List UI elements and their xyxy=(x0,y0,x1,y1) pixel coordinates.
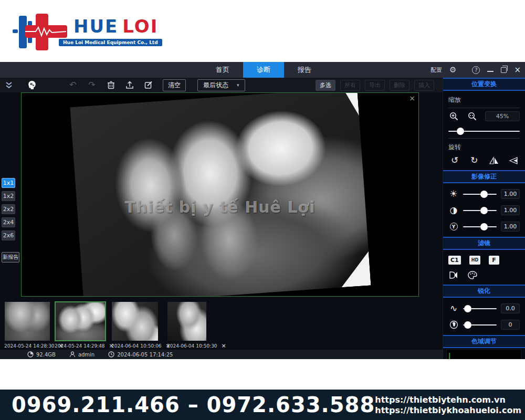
thumbnail-timestamp: 2024-05-24 14:28:30 xyxy=(4,343,55,349)
gamma-slider[interactable] xyxy=(463,223,497,230)
watermark: Thiết bị y tế Huê Lợi xyxy=(53,198,387,216)
contact-banner: 0969.211.466 – 0972.633.588 https://thie… xyxy=(0,390,525,420)
edit-icon[interactable] xyxy=(143,79,154,91)
website-link-2[interactable]: https://thietbiykhoahueloi.com xyxy=(375,405,521,415)
zoom-label: 缩放 xyxy=(448,93,520,108)
xray-image[interactable] xyxy=(70,92,371,297)
brightness-slider[interactable] xyxy=(463,191,497,198)
zoom-in-icon[interactable] xyxy=(448,112,459,121)
zoom-reset-icon[interactable] xyxy=(467,112,477,121)
layout-2x6-button[interactable]: 2x6 xyxy=(2,230,15,240)
thumb-close-icon[interactable]: × xyxy=(222,342,226,349)
section-sharpen-title: 锐化 xyxy=(443,285,525,298)
logo-tagline: Hue Loi Medical Equipment Co., Ltd xyxy=(59,39,162,46)
layout-1x2-button[interactable]: 1x2 xyxy=(2,191,15,201)
new-report-button[interactable]: 新报告 xyxy=(2,252,19,262)
thumbnail-image[interactable] xyxy=(111,301,159,341)
tab-home[interactable]: 首页 xyxy=(202,62,243,78)
undo-icon[interactable]: ↶ xyxy=(67,79,79,91)
xray-viewport[interactable]: Thiết bị y tế Huê Lợi × xyxy=(21,92,419,297)
insert-button[interactable]: 插入 xyxy=(414,80,434,91)
brightness-value[interactable]: 1.00 xyxy=(501,189,520,199)
titlebar-right: 配置 ⚙ ? × xyxy=(430,62,521,78)
thumbnail-item: 2024-05-24 14:28:30 × xyxy=(4,301,50,349)
maximize-icon[interactable] xyxy=(501,67,507,73)
gamma-knob[interactable] xyxy=(480,223,488,230)
datetime-value: 2024-06-05 17:14:25 xyxy=(117,352,173,358)
filter-f-button[interactable]: F xyxy=(489,256,499,265)
denoise-slider[interactable] xyxy=(463,321,497,329)
spacer xyxy=(0,359,525,390)
brightness-knob[interactable] xyxy=(480,191,488,198)
website-link-1[interactable]: https://thietbiytehn.com.vn xyxy=(375,395,506,405)
close-icon[interactable]: × xyxy=(514,66,521,74)
rotate-label: 旋转 xyxy=(448,138,520,155)
help-icon[interactable]: ? xyxy=(472,66,480,74)
zoom-value-field[interactable]: 45% xyxy=(485,111,520,121)
titlebar: 首页 诊断 报告 配置 ⚙ ? × xyxy=(0,62,525,78)
export-upload-icon[interactable] xyxy=(124,79,135,91)
thumbnail-image[interactable] xyxy=(4,301,50,341)
invert-filter-icon[interactable] xyxy=(448,271,459,279)
filter-c1-button[interactable]: C1 xyxy=(448,256,461,265)
layout-2x2-button[interactable]: 2x2 xyxy=(2,204,15,214)
gear-icon[interactable]: ⚙ xyxy=(449,65,456,75)
page: HUELOI Hue Loi Medical Equipment Co., Lt… xyxy=(0,0,525,420)
config-button[interactable]: 配置 xyxy=(430,66,442,74)
user-icon xyxy=(69,351,76,358)
thumbnail-image[interactable] xyxy=(167,301,207,341)
rotate-cw-icon[interactable]: ↻ xyxy=(469,156,479,165)
datetime-status: 2024-06-05 17:14:25 xyxy=(108,351,173,358)
user-status: admin xyxy=(69,351,94,358)
layout-1x1-button[interactable]: 1x1 xyxy=(2,178,15,188)
flip-vertical-icon[interactable] xyxy=(508,156,519,165)
palette-icon[interactable] xyxy=(467,271,478,279)
select-all-button[interactable]: 所有 xyxy=(340,80,360,91)
denoise-knob[interactable] xyxy=(464,321,471,329)
zoom-slider-knob[interactable] xyxy=(457,128,464,135)
sharpen-value[interactable]: 0.0 xyxy=(501,303,520,313)
viewport-close-icon[interactable]: × xyxy=(409,94,415,102)
contrast-knob[interactable] xyxy=(480,207,488,214)
denoise-value[interactable]: 0 xyxy=(501,320,520,330)
last-state-label: 最后状态 xyxy=(203,81,228,90)
flip-horizontal-icon[interactable] xyxy=(489,156,499,165)
last-state-dropdown[interactable]: 最后状态 ▾ xyxy=(197,79,245,91)
collapse-chevrons-icon[interactable] xyxy=(3,79,15,91)
tab-diagnosis[interactable]: 诊断 xyxy=(243,62,284,78)
redo-icon[interactable]: ↷ xyxy=(86,79,98,91)
filter-hd-button[interactable]: HD xyxy=(469,256,480,265)
thumbnail-image-selected[interactable] xyxy=(55,301,106,341)
sharpen-slider[interactable] xyxy=(463,305,497,312)
statusbar: 92.4GB admin 2024-06-05 17:14:25 xyxy=(0,350,443,359)
storage-status: 92.4GB xyxy=(27,351,56,358)
tab-report[interactable]: 报告 xyxy=(284,62,325,78)
brightness-icon: ☀ xyxy=(448,190,459,198)
head-gears-icon[interactable] xyxy=(26,79,38,91)
thumbnail-timestamp: 2024-05-24 14:29:48 xyxy=(55,343,105,349)
delete-icon[interactable] xyxy=(105,79,117,91)
export-button[interactable]: 导出 xyxy=(365,80,385,91)
contrast-icon: ◑ xyxy=(448,206,459,215)
gamma-value[interactable]: 1.00 xyxy=(501,222,520,232)
section-gamut-title: 色域调节 xyxy=(443,335,525,348)
delete-button[interactable]: 删除 xyxy=(390,80,410,91)
multiselect-button[interactable]: 多选 xyxy=(316,80,335,91)
thumbnail-timestamp: 2024-06-04 10:50:30 xyxy=(167,343,217,349)
gamma-icon: Y xyxy=(448,223,459,230)
layout-2x4-button[interactable]: 2x4 xyxy=(2,217,15,227)
minimize-icon[interactable] xyxy=(487,68,494,72)
hueloi-logo: HUELOI Hue Loi Medical Equipment Co., Lt… xyxy=(8,4,145,57)
workspace: 1x1 1x2 2x2 2x4 2x6 新报告 Thiết bị y tế Hu… xyxy=(0,92,443,300)
denoise-tooth-icon xyxy=(448,320,459,329)
thumbnail-item: 2024-05-24 14:29:48 × xyxy=(55,301,106,349)
contrast-slider[interactable] xyxy=(463,207,497,214)
clock-icon xyxy=(108,351,114,358)
sharpen-knob[interactable] xyxy=(464,305,471,312)
rotate-ccw-icon[interactable]: ↺ xyxy=(449,156,460,165)
phone-numbers: 0969.211.466 – 0972.633.588 xyxy=(12,393,375,417)
clear-button[interactable]: 清空 xyxy=(163,79,186,91)
contrast-value[interactable]: 1.00 xyxy=(501,205,520,215)
zoom-slider[interactable] xyxy=(448,128,520,135)
selection-buttons: 多选 所有 导出 删除 插入 xyxy=(316,80,434,91)
